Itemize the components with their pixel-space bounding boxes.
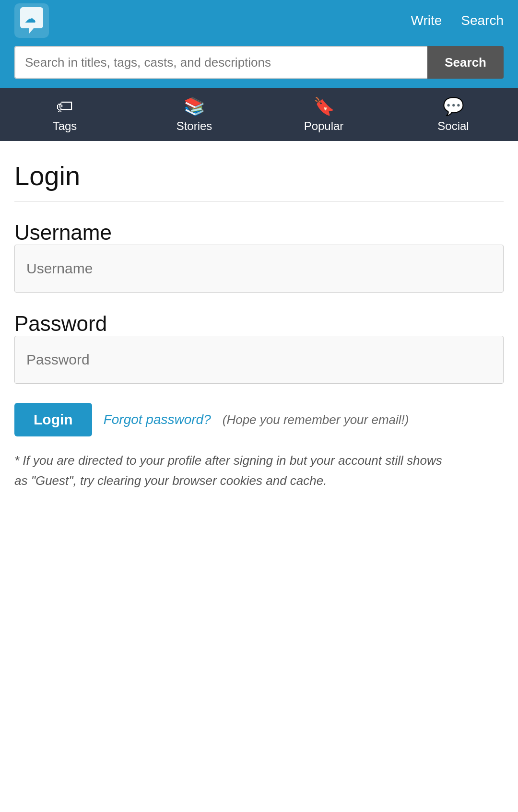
username-label: Username bbox=[14, 221, 112, 244]
search-button[interactable]: Search bbox=[427, 46, 504, 79]
logo-icon: ☁ bbox=[14, 3, 49, 38]
header-nav: Write Search bbox=[411, 13, 504, 28]
svg-text:☁: ☁ bbox=[25, 13, 35, 25]
stories-icon: 📚 bbox=[184, 96, 205, 117]
logo: ☁ bbox=[14, 3, 49, 38]
tab-social-label: Social bbox=[437, 119, 469, 133]
nav-tabs: 🏷 Tags 📚 Stories 🔖 Popular 💬 Social bbox=[0, 88, 518, 141]
login-button[interactable]: Login bbox=[14, 403, 92, 436]
divider bbox=[14, 201, 504, 201]
password-label: Password bbox=[14, 312, 107, 335]
search-bar-row: Search bbox=[0, 41, 518, 88]
social-icon: 💬 bbox=[443, 96, 464, 117]
username-section: Username bbox=[14, 221, 504, 312]
password-section: Password bbox=[14, 312, 504, 403]
nav-search-link[interactable]: Search bbox=[461, 13, 504, 28]
forgot-password-hint: (Hope you remember your email!) bbox=[223, 412, 409, 427]
search-input[interactable] bbox=[14, 46, 427, 79]
forgot-password-link[interactable]: Forgot password? bbox=[104, 412, 211, 427]
username-input[interactable] bbox=[14, 245, 504, 293]
info-text: * If you are directed to your profile af… bbox=[14, 451, 446, 491]
header-top: ☁ Write Search bbox=[0, 0, 518, 41]
tags-icon: 🏷 bbox=[56, 96, 73, 117]
main-content: Login Username Password Login Forgot pas… bbox=[0, 141, 518, 519]
tab-tags[interactable]: 🏷 Tags bbox=[0, 92, 130, 138]
tab-popular[interactable]: 🔖 Popular bbox=[259, 92, 388, 138]
password-input[interactable] bbox=[14, 336, 504, 384]
tab-stories-label: Stories bbox=[177, 119, 212, 133]
tab-stories[interactable]: 📚 Stories bbox=[130, 92, 259, 138]
popular-icon: 🔖 bbox=[313, 96, 335, 117]
tab-tags-label: Tags bbox=[53, 119, 77, 133]
tab-social[interactable]: 💬 Social bbox=[388, 92, 518, 138]
nav-write-link[interactable]: Write bbox=[411, 13, 442, 28]
login-row: Login Forgot password? (Hope you remembe… bbox=[14, 403, 504, 436]
tab-popular-label: Popular bbox=[304, 119, 344, 133]
page-title: Login bbox=[14, 160, 504, 191]
